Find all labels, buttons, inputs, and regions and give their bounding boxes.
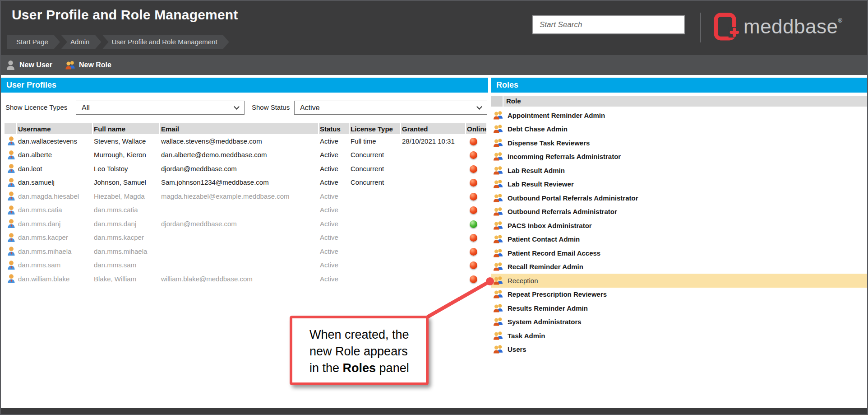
role-list-item[interactable]: Patient Record Email Access [491, 246, 867, 260]
column-header-license-type[interactable]: License Type [350, 123, 401, 134]
user-icon [7, 219, 16, 228]
breadcrumb-current-page[interactable]: User Profile and Role Management [102, 35, 229, 49]
user-icon [7, 246, 16, 256]
cell-granted [401, 217, 466, 231]
column-header-online[interactable]: Online [466, 123, 487, 134]
role-users-icon [493, 152, 503, 161]
table-row[interactable]: dan.alberte Murrough, Kieron dan.alberte… [5, 148, 487, 162]
role-list-item[interactable]: Patient Contact Admin [491, 233, 867, 247]
role-label: Task Admin [508, 332, 545, 340]
role-users-icon [493, 207, 503, 216]
role-list-item[interactable]: Results Reminder Admin [491, 301, 867, 315]
role-label: Patient Contact Admin [508, 235, 580, 243]
cell-email: wallace.stevens@meddbase.com [160, 134, 319, 148]
table-row[interactable]: dan.mms.sam dan.mms.sam Active [5, 258, 487, 272]
header: User Profile and Role Management Start P… [1, 1, 867, 55]
role-list-item[interactable]: System Administrators [491, 315, 867, 329]
table-row[interactable]: dan.mms.kacper dan.mms.kacper Active [5, 231, 487, 245]
role-list-item[interactable]: Outbound Portal Referrals Administrator [491, 191, 867, 205]
cell-email: Sam.johnson1234@meddbase.com [160, 176, 319, 190]
cell-granted [401, 176, 466, 190]
cell-license-type: Concurrent [350, 176, 401, 190]
roles-panel-title: Roles [491, 78, 867, 93]
new-user-icon [5, 60, 16, 70]
cell-email [160, 203, 319, 217]
breadcrumb-admin[interactable]: Admin [61, 35, 102, 49]
role-users-icon [493, 303, 503, 313]
role-label: PACS Inbox Administrator [508, 222, 592, 229]
user-icon [7, 205, 16, 215]
cell-granted [401, 258, 466, 272]
role-label: Appointment Reminder Admin [508, 112, 605, 119]
table-row[interactable]: dan.mms.catia dan.mms.catia Active [5, 203, 487, 217]
role-label: Users [508, 345, 526, 353]
role-list-item[interactable]: Appointment Reminder Admin [491, 108, 867, 122]
role-list-item[interactable]: Recall Reminder Admin [491, 260, 867, 274]
role-list-item-reception[interactable]: Reception [491, 274, 867, 288]
new-user-button[interactable]: New User [5, 60, 52, 70]
column-header-fullname[interactable]: Full name [93, 123, 160, 134]
table-row[interactable]: dan.william.blake Blake, William william… [5, 272, 487, 286]
role-users-icon [493, 138, 503, 148]
user-icon [7, 150, 16, 160]
cell-email: dan.alberte@demo.meddbase.com [160, 148, 319, 162]
table-row[interactable]: dan.mms.danj dan.mms.danj djordan@meddba… [5, 217, 487, 231]
table-row[interactable]: dan.mms.mihaela dan.mms.mihaela Active [5, 244, 487, 258]
table-row[interactable]: dan.magda.hiesabel Hiezabel, Magda magda… [5, 189, 487, 203]
roles-column-header[interactable]: Role [503, 96, 867, 107]
cell-email: william.blake@meddbase.com [160, 272, 319, 286]
cell-granted: 28/10/2021 10:31 [401, 134, 466, 148]
meddbase-logo: meddbase® [713, 13, 843, 41]
cell-granted [401, 231, 466, 245]
column-header-icon [5, 123, 17, 134]
annotation-callout: When created, the new Role appears in th… [290, 316, 429, 385]
roles-header-icon-cell [491, 96, 503, 107]
role-list-item[interactable]: Users [491, 343, 867, 357]
breadcrumb-start-page[interactable]: Start Page [7, 35, 60, 49]
meddbase-logo-icon [713, 13, 739, 41]
cell-fullname: dan.mms.sam [93, 258, 160, 272]
online-status-indicator [470, 179, 477, 187]
table-row[interactable]: dan.samuelj Johnson, Samuel Sam.johnson1… [5, 176, 487, 190]
cell-status: Active [319, 203, 350, 217]
role-label: System Administrators [508, 318, 582, 326]
column-header-email[interactable]: Email [160, 123, 319, 134]
table-row[interactable]: dan.wallacestevens Stevens, Wallace wall… [5, 134, 487, 148]
role-users-icon [493, 234, 503, 244]
licence-type-selected-value: All [82, 104, 90, 112]
role-list-item[interactable]: Debt Chase Admin [491, 122, 867, 136]
online-status-indicator [470, 275, 477, 283]
online-status-indicator [470, 151, 477, 159]
page-title: User Profile and Role Management [12, 7, 238, 23]
user-icon [7, 191, 16, 201]
role-list-item[interactable]: Dispense Task Reviewers [491, 136, 867, 150]
table-row[interactable]: dan.leot Leo Tolstoy djordan@meddbase.co… [5, 162, 487, 176]
role-list-item[interactable]: PACS Inbox Administrator [491, 219, 867, 233]
role-users-icon [493, 221, 503, 230]
role-label: Reception [508, 277, 538, 284]
status-select[interactable]: Active [294, 101, 487, 115]
column-header-granted[interactable]: Granted [401, 123, 466, 134]
role-users-icon [493, 111, 503, 120]
cell-username: dan.samuelj [17, 176, 93, 190]
column-header-status[interactable]: Status [319, 123, 350, 134]
search-input[interactable] [532, 15, 685, 34]
role-list-item[interactable]: Task Admin [491, 329, 867, 343]
role-list-item[interactable]: Repeat Prescription Reviewers [491, 288, 867, 302]
meddbase-logo-text: meddbase® [743, 15, 843, 38]
online-status-indicator [470, 193, 477, 201]
cell-fullname: dan.mms.mihaela [93, 244, 160, 258]
role-users-icon [493, 345, 503, 354]
column-header-username[interactable]: Username [17, 123, 93, 134]
role-list-item[interactable]: Incomming Referrals Administrator [491, 150, 867, 164]
role-list-item[interactable]: Outbound Referrals Administrator [491, 205, 867, 219]
role-label: Outbound Portal Referrals Administrator [508, 194, 638, 202]
role-list-item[interactable]: Lab Result Admin [491, 163, 867, 177]
cell-license-type [350, 272, 401, 286]
cell-status: Active [319, 162, 350, 176]
user-icon [7, 163, 16, 173]
role-list-item[interactable]: Lab Result Reviewer [491, 177, 867, 191]
online-status-indicator [470, 234, 477, 242]
licence-type-select[interactable]: All [76, 101, 245, 115]
new-role-button[interactable]: New Role [65, 60, 111, 70]
